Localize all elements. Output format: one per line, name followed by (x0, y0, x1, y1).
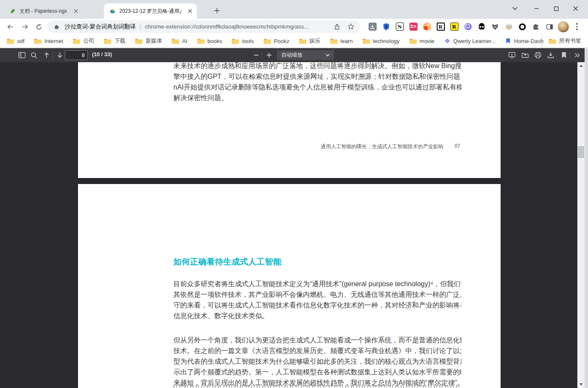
toggle-sidebar-button[interactable] (16, 49, 28, 61)
clipped-text-line (173, 385, 461, 388)
window-edge-strip (585, 48, 588, 388)
text-line: nAI开始提供对话记录删除等隐私选项避免个人信息被用于模型训练，企业也可以通过部… (173, 82, 461, 92)
text-line: 其依然是一项软件技术，其产业影响不会像内燃机、电力、无线通信等其他通用技术一样的… (173, 289, 461, 300)
bookmark-folder-company[interactable]: 公司 (73, 37, 94, 45)
page-number-input[interactable] (65, 50, 88, 60)
more-tools-button[interactable] (571, 49, 583, 61)
bookmark-qwerty-learner[interactable]: Qwerty Learner... (444, 38, 496, 44)
section-heading: 如何正确看待生成式人工智能 (173, 256, 282, 267)
find-in-document-button[interactable] (28, 49, 40, 61)
bookmark-folder-movie[interactable]: movie (409, 38, 435, 44)
leaf-icon (9, 8, 16, 14)
scroll-up-arrow[interactable] (577, 62, 585, 69)
bookmarks-bar: sdf Internet 公司 下载 新媒体 AI books tools (0, 34, 588, 48)
tab-title: 文档 - Paperless-ngx (20, 8, 67, 15)
presentation-mode-button[interactable] (506, 49, 518, 61)
bookmark-folder-all-bookmarks[interactable]: 所有书签 (549, 37, 581, 45)
bookmark-folder-entertainment[interactable]: 娱乐 (299, 37, 320, 45)
chevron-down-icon (326, 54, 330, 57)
bookmark-folder-technology[interactable]: technology (363, 38, 400, 44)
reload-button[interactable] (33, 21, 45, 33)
bookmark-folder-internet[interactable]: Internet (34, 38, 63, 44)
url-separator: | (140, 23, 141, 30)
close-tab-icon[interactable] (187, 7, 193, 15)
bookmark-folder-download[interactable]: 下载 (104, 37, 125, 45)
scrollbar-thumb[interactable] (578, 146, 584, 158)
page8-paragraph-1: 目前众多研究者将生成式人工智能技术定义为“通用技术”(general purpo… (173, 279, 461, 321)
text-line: 信息化技术、数字化技术类似。 (173, 310, 461, 321)
open-file-button[interactable] (519, 49, 531, 61)
zoom-select[interactable]: 自动缩放 (277, 50, 334, 60)
r-white-extension-icon[interactable]: R (434, 21, 447, 33)
extensions-puzzle-icon[interactable] (529, 21, 543, 33)
panda-face-extension-icon[interactable] (475, 21, 488, 33)
forward-button[interactable] (19, 21, 31, 33)
current-view-bookmark-button[interactable] (558, 49, 570, 61)
bookmark-star-icon[interactable] (346, 22, 355, 32)
dark-shield-extension-icon[interactable] (488, 21, 502, 33)
save-document-button[interactable] (545, 49, 556, 61)
navigation-toolbar: 沙拉查词-聚合词典划词翻译 | chrome-extension://cdonn… (0, 19, 588, 34)
tab-paperless[interactable]: 文档 - Paperless-ngx (4, 3, 103, 19)
extensions-row: N 文A R R (366, 20, 584, 33)
back-button[interactable] (4, 21, 16, 33)
text-line: 示出了两个颠覆式的趋势。第一，人工智能模型在各种测试数据集上达到人类认知水平所需… (173, 367, 461, 377)
pdf-page-7: 未来技术的逐步成熟和应用场景的广泛落地，这些问题将逐步得到解决。例如，微软New… (78, 62, 501, 178)
side-panel-icon[interactable] (543, 21, 556, 33)
bookmark-folder-newmedia[interactable]: 新媒体 (135, 37, 162, 45)
text-line: 目前众多研究者将生成式人工智能技术定义为“通用技术”(general purpo… (173, 279, 461, 289)
toolbar-divider (262, 52, 262, 59)
footer-page-number: 07 (455, 143, 460, 150)
browser-window: 文档 - Paperless-ngx 2023-12-12 罗兰贝格-通用人工 (0, 0, 588, 388)
address-bar[interactable]: 沙拉查词-聚合词典划词翻译 | chrome-extension://cdonn… (47, 20, 360, 33)
text-line: 解决保密性问题。 (173, 92, 461, 103)
pdf-viewer: 未来技术的逐步成熟和应用场景的广泛落地，这些问题将逐步得到解决。例如，微软New… (0, 62, 577, 388)
bookmark-folder-ai[interactable]: AI (172, 38, 187, 44)
chrome-menu-kebab-icon[interactable] (570, 21, 584, 33)
previous-page-button[interactable] (41, 49, 52, 61)
tab-search-chevron-icon[interactable] (506, 0, 523, 17)
orange-dot-extension-icon[interactable] (420, 21, 434, 33)
page-count-label: (10 / 33) (92, 52, 112, 57)
tab-pdf-report[interactable]: 2023-12-12 罗兰贝格-通用人工 (104, 3, 197, 19)
download-manager-extension-icon[interactable] (366, 21, 379, 33)
saladict-translate-extension-icon[interactable]: 文A (406, 21, 420, 33)
bookmark-folder-pookz[interactable]: Pookz (264, 38, 289, 44)
salad-bowl-icon (109, 8, 116, 14)
text-line: 未来技术的逐步成熟和应用场景的广泛落地，这些问题将逐步得到解决。例如，微软New… (173, 62, 461, 71)
purple-spiral-extension-icon[interactable] (461, 21, 475, 33)
vertical-scrollbar[interactable] (577, 62, 585, 388)
toolbar-divider (570, 52, 570, 59)
pdf-toolbar: (10 / 33) 自动缩放 (0, 48, 585, 62)
page-footer: 通用人工智能的曙光：生成式人工智能技术的产业影响 07 (321, 143, 460, 150)
puzzle-icon (52, 22, 61, 32)
r-yellow-extension-icon[interactable]: R (447, 21, 461, 33)
bookmark-folder-sdf[interactable]: sdf (7, 38, 24, 44)
bookmark-folder-learn[interactable]: learn (330, 38, 353, 44)
zoom-out-button[interactable] (251, 49, 262, 61)
text-line: 但从另外一个角度，我们认为更适合把生成式人工智能看成一个操作系统，而不是普通的信… (173, 335, 461, 345)
close-tab-icon[interactable] (72, 7, 80, 15)
bookmark-home-dash[interactable]: Home-Dash (505, 38, 543, 44)
bookmark-folder-books[interactable]: books (197, 38, 222, 44)
bookmark-folder-tools[interactable]: tools (232, 38, 254, 44)
notion-extension-icon[interactable]: N (393, 21, 406, 33)
profile-avatar[interactable] (556, 21, 570, 33)
window-controls (527, 0, 585, 17)
text-line: 擎中接入的GPT，可以在检索信息时提供来源网址，实现实时溯源；针对数据隐私和保密… (173, 71, 461, 82)
black-ring-extension-icon[interactable] (516, 21, 529, 33)
print-button[interactable] (532, 49, 544, 61)
privacy-shield-extension-icon[interactable] (379, 21, 393, 33)
share-icon[interactable] (332, 22, 342, 32)
face-glasses-extension-icon[interactable] (502, 21, 516, 33)
zoom-in-button[interactable] (263, 49, 275, 61)
close-window-button[interactable] (566, 0, 585, 17)
text-line: 技术。在之前的一篇文章《大语言模型的发展历史、颠覆式变革与商业机遇》中，我们讨论… (173, 345, 461, 356)
maximize-button[interactable] (546, 0, 566, 17)
next-page-button[interactable] (54, 49, 66, 61)
new-tab-button[interactable] (211, 5, 222, 16)
text-line: 守的来看，可以将生成式人工智能技术看作信息化数字化技术的一种，其对经济和产业的影… (173, 300, 461, 310)
extension-title: 沙拉查词-聚合词典划词翻译 (65, 23, 136, 31)
scroll-down-arrow[interactable] (577, 381, 585, 388)
minimize-button[interactable] (527, 0, 546, 17)
